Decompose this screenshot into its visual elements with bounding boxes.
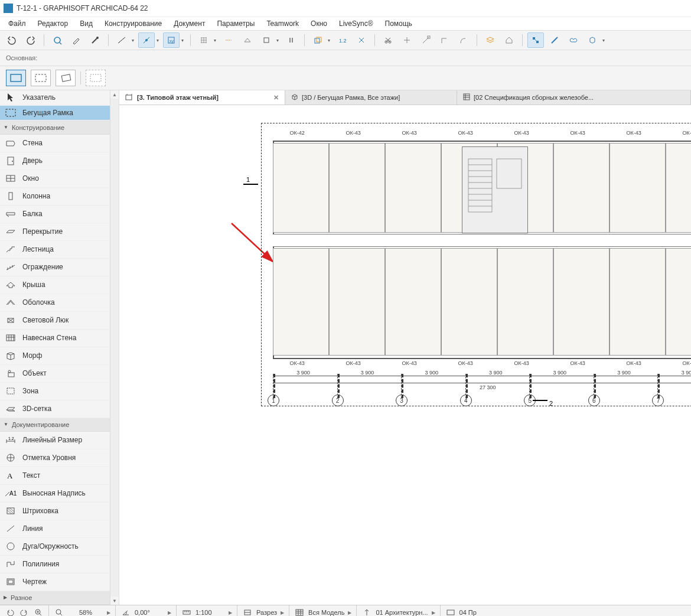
snap-grid-dropdown[interactable]: ▾ bbox=[180, 33, 185, 47]
cat-misc[interactable]: ▶Разное bbox=[0, 591, 110, 605]
tool-doc-8[interactable]: Чертеж bbox=[0, 573, 110, 591]
layer-button[interactable] bbox=[482, 32, 498, 48]
menu-design[interactable]: Конструирование bbox=[100, 18, 167, 29]
inject-button[interactable] bbox=[87, 32, 103, 48]
menu-view[interactable]: Вид bbox=[75, 18, 97, 29]
tab-schedule[interactable]: [02 Спецификация сборных железобе... bbox=[457, 90, 691, 105]
fillet-button[interactable] bbox=[455, 32, 472, 48]
layer-chevron[interactable]: ▶ bbox=[432, 610, 435, 615]
nav-fwd[interactable] bbox=[19, 608, 30, 616]
zoom-chevron[interactable]: ▶ bbox=[107, 610, 110, 615]
scale-chevron[interactable]: ▶ bbox=[229, 610, 232, 615]
tool-doc-2[interactable]: AТекст bbox=[0, 467, 110, 485]
sel-rect-rot[interactable] bbox=[56, 70, 76, 86]
ruler-button[interactable] bbox=[113, 32, 130, 48]
scroll-down[interactable]: ▼ bbox=[110, 597, 119, 605]
tool-doc-3[interactable]: A1Выносная Надпись bbox=[0, 485, 110, 503]
ruler-dropdown[interactable]: ▾ bbox=[130, 33, 136, 47]
layer-value[interactable]: 01 Архитектурн... bbox=[376, 609, 428, 616]
eyedrop-button[interactable] bbox=[68, 32, 84, 48]
menu-document[interactable]: Документ bbox=[169, 18, 210, 29]
tool-con-12[interactable]: Морф bbox=[0, 347, 110, 365]
model-value[interactable]: Вся Модель bbox=[308, 609, 344, 616]
tool-con-3[interactable]: Колонна bbox=[0, 188, 110, 206]
solid-dropdown[interactable]: ▾ bbox=[601, 33, 607, 47]
cat-construct[interactable]: ▼Конструирование bbox=[0, 120, 110, 134]
corner-button[interactable] bbox=[436, 32, 453, 48]
menu-teamwork[interactable]: Teamwork bbox=[262, 18, 304, 29]
sel-rect-solid[interactable] bbox=[6, 70, 26, 86]
sel-rect-dash[interactable] bbox=[31, 70, 51, 86]
angle-value[interactable]: 0,00° bbox=[135, 609, 164, 616]
nav-back[interactable] bbox=[5, 608, 15, 616]
menu-options[interactable]: Параметры bbox=[212, 18, 259, 29]
plane-button[interactable] bbox=[239, 32, 256, 48]
tool-con-14[interactable]: Зона bbox=[0, 383, 110, 400]
menu-livesync[interactable]: LiveSync® bbox=[334, 18, 378, 29]
tab-3d[interactable]: [3D / Бегущая Рамка, Все этажи] bbox=[285, 90, 457, 105]
scale-value[interactable]: 1:100 bbox=[195, 609, 225, 616]
tool-con-11[interactable]: Навесная Стена bbox=[0, 330, 110, 347]
model-chevron[interactable]: ▶ bbox=[348, 610, 351, 615]
view-value[interactable]: 04 Пр bbox=[459, 609, 477, 616]
tool-doc-5[interactable]: Линия bbox=[0, 520, 110, 538]
reno-button[interactable] bbox=[546, 32, 563, 48]
trace-x-button[interactable] bbox=[353, 32, 370, 48]
menu-file[interactable]: Файл bbox=[4, 18, 31, 29]
tool-con-15[interactable]: 3D-сетка bbox=[0, 400, 110, 418]
tool-con-8[interactable]: Крыша bbox=[0, 276, 110, 294]
box-button[interactable] bbox=[258, 32, 275, 48]
angle-chevron[interactable]: ▶ bbox=[168, 610, 171, 615]
trace-button[interactable] bbox=[309, 32, 326, 48]
trace12-button[interactable]: 1.2 bbox=[334, 32, 351, 48]
box-dropdown[interactable]: ▾ bbox=[275, 33, 281, 47]
guides-button[interactable] bbox=[220, 32, 237, 48]
menu-editor[interactable]: Редактор bbox=[33, 18, 73, 29]
scroll-up[interactable]: ▲ bbox=[110, 90, 119, 99]
undo-button[interactable] bbox=[4, 32, 20, 48]
scroll-track[interactable] bbox=[110, 99, 119, 597]
section-chevron[interactable]: ▶ bbox=[281, 610, 284, 615]
sel-rect-empty[interactable] bbox=[86, 70, 106, 86]
redo-button[interactable] bbox=[22, 32, 39, 48]
grid-dropdown[interactable]: ▾ bbox=[212, 33, 218, 47]
cloud-button[interactable] bbox=[565, 32, 582, 48]
home-button[interactable] bbox=[501, 32, 517, 48]
tool-con-0[interactable]: Стена bbox=[0, 135, 110, 152]
tool-pointer[interactable]: Указатель bbox=[0, 90, 110, 106]
snap-point-button[interactable] bbox=[138, 32, 155, 48]
connect-button[interactable] bbox=[527, 32, 544, 48]
pick-button[interactable] bbox=[49, 32, 66, 48]
canvas[interactable]: ОК-42ОК-43ОК-43ОК-43ОК-43ОК-43ОК-43ОК-43… bbox=[119, 105, 691, 605]
tool-con-9[interactable]: Оболочка bbox=[0, 294, 110, 312]
cat-document[interactable]: ▼Документирование bbox=[0, 418, 110, 432]
tab-close[interactable]: ✕ bbox=[273, 94, 279, 102]
menu-help[interactable]: Помощь bbox=[380, 18, 417, 29]
tool-doc-0[interactable]: 1.2Линейный Размер bbox=[0, 432, 110, 449]
snap-grid-button[interactable]: xy bbox=[163, 32, 180, 48]
tool-con-6[interactable]: Лестница bbox=[0, 241, 110, 259]
tool-con-1[interactable]: Дверь bbox=[0, 152, 110, 170]
tool-doc-1[interactable]: Отметка Уровня bbox=[0, 449, 110, 467]
tool-con-2[interactable]: Окно bbox=[0, 170, 110, 188]
cut-button[interactable] bbox=[380, 32, 396, 48]
adjust-button[interactable] bbox=[418, 32, 434, 48]
tab-floorplan[interactable]: [3. Типовой этаж четный] ✕ bbox=[119, 90, 285, 105]
tool-doc-4[interactable]: Штриховка bbox=[0, 503, 110, 520]
grid-button[interactable] bbox=[195, 32, 212, 48]
zoom-fit[interactable] bbox=[54, 608, 64, 616]
tool-doc-7[interactable]: Полилиния bbox=[0, 556, 110, 573]
tool-con-4[interactable]: Балка bbox=[0, 206, 110, 223]
trim-button[interactable] bbox=[399, 32, 415, 48]
solid-button[interactable] bbox=[584, 32, 601, 48]
tool-con-7[interactable]: Ограждение bbox=[0, 259, 110, 276]
menu-window[interactable]: Окно bbox=[306, 18, 332, 29]
tool-con-5[interactable]: Перекрытие bbox=[0, 223, 110, 241]
tool-con-10[interactable]: Световой Люк bbox=[0, 312, 110, 330]
tool-con-13[interactable]: Объект bbox=[0, 365, 110, 383]
tool-marquee[interactable]: Бегущая Рамка bbox=[0, 106, 110, 121]
zoom-in[interactable] bbox=[33, 608, 44, 616]
trace-dropdown[interactable]: ▾ bbox=[326, 33, 332, 47]
suspend-button[interactable] bbox=[283, 32, 299, 48]
zoom-value[interactable]: 58% bbox=[68, 609, 103, 616]
